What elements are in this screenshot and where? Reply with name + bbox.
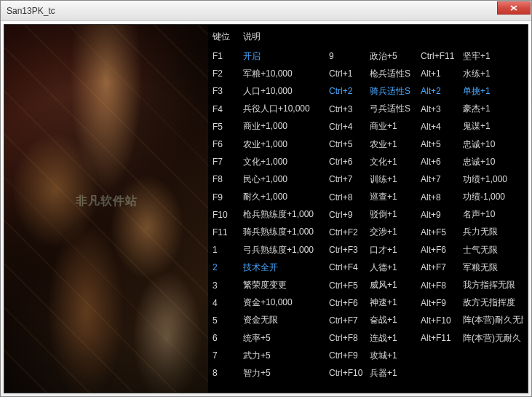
- cheat-row[interactable]: 3繁荣度变更Ctrl+F5威风+1Alt+F8我方指挥无限: [213, 276, 523, 294]
- cell: Alt+3: [421, 104, 463, 114]
- cheat-row[interactable]: 6 统率+5Ctrl+F8连战+1Alt+F11阵(本营)无耐久: [213, 329, 523, 347]
- cell: 军粮+10,000: [243, 68, 329, 80]
- cell: 农业+1: [370, 138, 421, 151]
- cell: 商业+1,000: [243, 120, 329, 133]
- cheat-row[interactable]: F2军粮+10,000Ctrl+1枪兵适性SAlt+1水练+1: [213, 65, 523, 82]
- cell: 单挑+1: [463, 85, 523, 98]
- cell: 军粮无限: [463, 262, 523, 274]
- cell: 神速+1: [370, 296, 421, 309]
- cheat-row[interactable]: F11骑兵熟练度+1,000Ctrl+F2交涉+1Alt+F5兵力无限: [213, 224, 523, 241]
- cell: 士气无限: [463, 244, 523, 256]
- cell: 人口+10,000: [243, 85, 329, 98]
- cheat-row[interactable]: 1弓兵熟练度+1,000Ctrl+F3口才+1Alt+F6士气无限: [213, 241, 523, 259]
- cell: Ctrl+9: [329, 210, 370, 220]
- cell: Ctrl+F2: [329, 227, 370, 237]
- cheat-row[interactable]: F10枪兵熟练度+1,000Ctrl+9驳倒+1Alt+9名声+10: [213, 206, 523, 224]
- cell: 技术全开: [243, 262, 329, 274]
- cell: 名声+10: [463, 208, 523, 221]
- cell: Ctrl+4: [329, 122, 370, 132]
- cell: 3: [213, 280, 243, 291]
- cell: 骑兵适性S: [370, 85, 421, 98]
- header-row: 键位 说明: [213, 31, 523, 43]
- cell: F5: [213, 122, 243, 132]
- cell: 资金+10,000: [243, 296, 329, 309]
- window-controls: [498, 1, 531, 20]
- cell: 连战+1: [370, 332, 421, 345]
- cell: Alt+F7: [421, 262, 463, 272]
- header-key: 键位: [213, 31, 243, 43]
- cell: F7: [213, 157, 243, 167]
- cell: 口才+1: [370, 244, 421, 256]
- titlebar[interactable]: San13PK_tc: [1, 1, 531, 21]
- cell: 6: [213, 333, 243, 343]
- cheat-panel: 键位 说明 F1开启9政治+5Ctrl+F11坚牢+1F2军粮+10,000Ct…: [208, 25, 528, 393]
- cheat-row[interactable]: F5商业+1,000Ctrl+4商业+1Alt+4鬼谋+1: [213, 118, 523, 135]
- cell: 兵役人口+10,000: [243, 103, 329, 115]
- cell: 阵(本营)无耐久: [463, 332, 523, 345]
- cheat-row[interactable]: 2技术全开Ctrl+F4人德+1Alt+F7军粮无限: [213, 259, 523, 276]
- cell: 弓兵熟练度+1,000: [243, 244, 329, 256]
- cell: 文化+1: [370, 156, 421, 168]
- cell: Alt+F10: [421, 315, 463, 326]
- cell: F11: [213, 227, 243, 237]
- cell: 资金无限: [243, 314, 329, 326]
- cell: 兵力无限: [463, 226, 523, 238]
- cell: 武力+5: [243, 350, 329, 362]
- cell: 功绩+1,000: [463, 173, 523, 186]
- close-button[interactable]: [497, 1, 531, 15]
- cheat-row[interactable]: F8民心+1,000Ctrl+7训练+1Alt+7功绩+1,000: [213, 170, 523, 188]
- cell: 智力+5: [243, 367, 329, 380]
- client-area: 非凡软件站 键位 说明 F1开启9政治+5Ctrl+F11坚牢+1F2军粮+10…: [4, 24, 528, 393]
- cheat-row[interactable]: 7 武力+5Ctrl+F9攻城+1: [213, 347, 523, 364]
- header-desc: 说明: [243, 31, 261, 43]
- cell: Alt+2: [421, 86, 463, 96]
- cell: 枪兵适性S: [370, 68, 421, 80]
- cell: 训练+1: [370, 173, 421, 186]
- cheat-row[interactable]: F9耐久+1,000Ctrl+8巡查+1Alt+8功绩-1,000: [213, 189, 523, 206]
- cell: Ctrl+7: [329, 174, 370, 184]
- cell: 奋战+1: [370, 314, 421, 326]
- cell: 枪兵熟练度+1,000: [243, 208, 329, 221]
- cheat-row[interactable]: 5资金无限Ctrl+F7奋战+1Alt+F10阵(本营)耐久无限: [213, 312, 523, 329]
- cell: Alt+8: [421, 192, 463, 203]
- cell: 巡查+1: [370, 191, 421, 203]
- cell: Alt+7: [421, 174, 463, 184]
- cell: Alt+F11: [421, 333, 463, 343]
- cell: Ctrl+5: [329, 139, 370, 149]
- cheat-row[interactable]: F4兵役人口+10,000Ctrl+3弓兵适性SAlt+3豪杰+1: [213, 101, 523, 118]
- app-window: San13PK_tc 非凡软件站 键位 说明 F1开启9政治+5Ctrl+F11…: [0, 0, 532, 397]
- cell: F10: [213, 210, 243, 220]
- cheat-grid: F1开启9政治+5Ctrl+F11坚牢+1F2军粮+10,000Ctrl+1枪兵…: [213, 47, 523, 382]
- cheat-row[interactable]: 4资金+10,000Ctrl+F6神速+1Alt+F9敌方无指挥度: [213, 294, 523, 312]
- cell: Ctrl+F3: [329, 245, 370, 255]
- cell: Ctrl+1: [329, 68, 370, 79]
- cheat-row[interactable]: 8 智力+5Ctrl+F10兵器+1: [213, 364, 523, 382]
- cell: 我方指挥无限: [463, 279, 523, 291]
- cell: 5: [213, 315, 243, 326]
- cell: 兵器+1: [370, 367, 421, 380]
- cell: 民心+1,000: [243, 173, 329, 186]
- watermark-text: 非凡软件站: [76, 194, 138, 209]
- cell: 弓兵适性S: [370, 103, 421, 115]
- cell: F2: [213, 68, 243, 79]
- cell: F1: [213, 51, 243, 61]
- cell: Alt+9: [421, 210, 463, 220]
- cheat-row[interactable]: F3人口+10,000Ctrl+2骑兵适性SAlt+2单挑+1: [213, 82, 523, 100]
- cell: 攻城+1: [370, 350, 421, 362]
- cell: Alt+4: [421, 122, 463, 132]
- cell: 坚牢+1: [463, 50, 523, 63]
- cell: Ctrl+8: [329, 192, 370, 203]
- cell: F6: [213, 139, 243, 149]
- cheat-row[interactable]: F6农业+1,000Ctrl+5农业+1Alt+5忠诚+10: [213, 135, 523, 153]
- cell: 忠诚+10: [463, 156, 523, 168]
- cell: Ctrl+6: [329, 157, 370, 167]
- cell: Ctrl+2: [329, 86, 370, 96]
- cell: F4: [213, 104, 243, 114]
- cell: Ctrl+F10: [329, 368, 370, 378]
- cell: F9: [213, 192, 243, 203]
- cheat-row[interactable]: F1开启9政治+5Ctrl+F11坚牢+1: [213, 47, 523, 65]
- cheat-row[interactable]: F7文化+1,000Ctrl+6文化+1Alt+6忠诚+10: [213, 153, 523, 170]
- cell: Ctrl+3: [329, 104, 370, 114]
- cell: 农业+1,000: [243, 138, 329, 151]
- cell: Alt+F5: [421, 227, 463, 237]
